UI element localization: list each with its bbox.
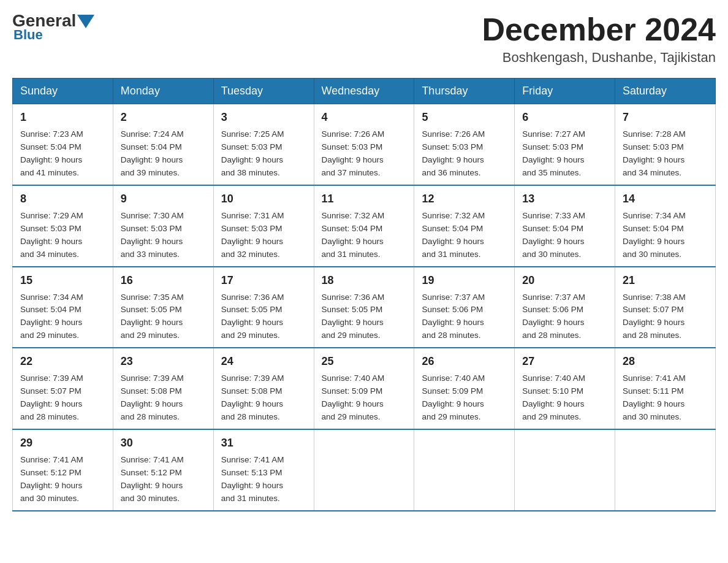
day-number: 6: [522, 109, 607, 126]
day-cell: 29Sunrise: 7:41 AMSunset: 5:12 PMDayligh…: [13, 429, 113, 511]
day-cell: 18Sunrise: 7:36 AMSunset: 5:05 PMDayligh…: [314, 267, 414, 348]
day-info: Sunrise: 7:39 AMSunset: 5:08 PMDaylight:…: [121, 372, 206, 424]
day-info: Sunrise: 7:39 AMSunset: 5:07 PMDaylight:…: [20, 372, 105, 424]
day-cell: 5Sunrise: 7:26 AMSunset: 5:03 PMDaylight…: [414, 104, 515, 185]
day-cell: 4Sunrise: 7:26 AMSunset: 5:03 PMDaylight…: [314, 104, 414, 185]
calendar-header-row: SundayMondayTuesdayWednesdayThursdayFrid…: [13, 79, 716, 104]
day-info: Sunrise: 7:37 AMSunset: 5:06 PMDaylight:…: [422, 291, 507, 343]
day-cell: [515, 429, 615, 511]
col-header-saturday: Saturday: [615, 79, 716, 104]
day-cell: 16Sunrise: 7:35 AMSunset: 5:05 PMDayligh…: [113, 267, 213, 348]
day-cell: 10Sunrise: 7:31 AMSunset: 5:03 PMDayligh…: [213, 185, 314, 267]
day-cell: 7Sunrise: 7:28 AMSunset: 5:03 PMDaylight…: [615, 104, 716, 185]
day-info: Sunrise: 7:29 AMSunset: 5:03 PMDaylight:…: [20, 210, 105, 261]
day-cell: 20Sunrise: 7:37 AMSunset: 5:06 PMDayligh…: [515, 267, 615, 348]
col-header-wednesday: Wednesday: [314, 79, 414, 104]
day-cell: 31Sunrise: 7:41 AMSunset: 5:13 PMDayligh…: [213, 429, 314, 511]
day-info: Sunrise: 7:36 AMSunset: 5:05 PMDaylight:…: [221, 291, 306, 343]
day-cell: 1Sunrise: 7:23 AMSunset: 5:04 PMDaylight…: [13, 104, 113, 185]
day-info: Sunrise: 7:40 AMSunset: 5:09 PMDaylight:…: [322, 372, 407, 424]
day-cell: 6Sunrise: 7:27 AMSunset: 5:03 PMDaylight…: [515, 104, 615, 185]
day-number: 23: [121, 353, 206, 370]
day-info: Sunrise: 7:41 AMSunset: 5:11 PMDaylight:…: [623, 372, 708, 424]
day-cell: 27Sunrise: 7:40 AMSunset: 5:10 PMDayligh…: [515, 348, 615, 429]
day-info: Sunrise: 7:36 AMSunset: 5:05 PMDaylight:…: [322, 291, 407, 343]
col-header-sunday: Sunday: [13, 79, 113, 104]
day-number: 19: [422, 272, 507, 289]
day-number: 12: [422, 191, 507, 207]
day-info: Sunrise: 7:26 AMSunset: 5:03 PMDaylight:…: [422, 128, 507, 180]
title-section: December 2024 Boshkengash, Dushanbe, Taj…: [482, 12, 716, 66]
day-cell: 9Sunrise: 7:30 AMSunset: 5:03 PMDaylight…: [113, 185, 213, 267]
day-number: 16: [121, 272, 206, 289]
day-number: 21: [623, 272, 708, 289]
day-info: Sunrise: 7:37 AMSunset: 5:06 PMDaylight:…: [522, 291, 607, 343]
day-cell: 26Sunrise: 7:40 AMSunset: 5:09 PMDayligh…: [414, 348, 515, 429]
page-header: General Blue December 2024 Boshkengash, …: [12, 12, 716, 66]
day-number: 30: [121, 435, 206, 451]
day-info: Sunrise: 7:30 AMSunset: 5:03 PMDaylight:…: [121, 210, 206, 261]
day-number: 8: [20, 191, 105, 207]
day-number: 31: [221, 435, 306, 451]
day-number: 14: [623, 191, 708, 207]
day-cell: 22Sunrise: 7:39 AMSunset: 5:07 PMDayligh…: [13, 348, 113, 429]
week-row-1: 1Sunrise: 7:23 AMSunset: 5:04 PMDaylight…: [13, 104, 716, 185]
day-cell: 12Sunrise: 7:32 AMSunset: 5:04 PMDayligh…: [414, 185, 515, 267]
day-cell: [314, 429, 414, 511]
day-cell: 23Sunrise: 7:39 AMSunset: 5:08 PMDayligh…: [113, 348, 213, 429]
logo-blue: Blue: [12, 27, 43, 43]
day-number: 10: [221, 191, 306, 207]
day-number: 28: [623, 353, 708, 370]
day-info: Sunrise: 7:40 AMSunset: 5:09 PMDaylight:…: [422, 372, 507, 424]
day-number: 15: [20, 272, 105, 289]
col-header-tuesday: Tuesday: [213, 79, 314, 104]
logo: General Blue: [12, 12, 96, 43]
day-cell: 25Sunrise: 7:40 AMSunset: 5:09 PMDayligh…: [314, 348, 414, 429]
day-info: Sunrise: 7:33 AMSunset: 5:04 PMDaylight:…: [522, 210, 607, 261]
col-header-thursday: Thursday: [414, 79, 515, 104]
day-info: Sunrise: 7:41 AMSunset: 5:13 PMDaylight:…: [221, 454, 306, 505]
page-subtitle: Boshkengash, Dushanbe, Tajikistan: [482, 50, 716, 66]
day-number: 26: [422, 353, 507, 370]
day-cell: 3Sunrise: 7:25 AMSunset: 5:03 PMDaylight…: [213, 104, 314, 185]
week-row-5: 29Sunrise: 7:41 AMSunset: 5:12 PMDayligh…: [13, 429, 716, 511]
day-info: Sunrise: 7:34 AMSunset: 5:04 PMDaylight:…: [623, 210, 708, 261]
week-row-2: 8Sunrise: 7:29 AMSunset: 5:03 PMDaylight…: [13, 185, 716, 267]
week-row-3: 15Sunrise: 7:34 AMSunset: 5:04 PMDayligh…: [13, 267, 716, 348]
day-cell: 8Sunrise: 7:29 AMSunset: 5:03 PMDaylight…: [13, 185, 113, 267]
day-number: 13: [522, 191, 607, 207]
day-number: 1: [20, 109, 105, 126]
day-info: Sunrise: 7:26 AMSunset: 5:03 PMDaylight:…: [322, 128, 407, 180]
day-number: 5: [422, 109, 507, 126]
day-cell: 14Sunrise: 7:34 AMSunset: 5:04 PMDayligh…: [615, 185, 716, 267]
day-cell: 11Sunrise: 7:32 AMSunset: 5:04 PMDayligh…: [314, 185, 414, 267]
day-cell: 15Sunrise: 7:34 AMSunset: 5:04 PMDayligh…: [13, 267, 113, 348]
day-cell: 24Sunrise: 7:39 AMSunset: 5:08 PMDayligh…: [213, 348, 314, 429]
day-cell: [414, 429, 515, 511]
day-cell: 17Sunrise: 7:36 AMSunset: 5:05 PMDayligh…: [213, 267, 314, 348]
day-number: 27: [522, 353, 607, 370]
day-info: Sunrise: 7:41 AMSunset: 5:12 PMDaylight:…: [20, 454, 105, 505]
col-header-monday: Monday: [113, 79, 213, 104]
day-cell: 21Sunrise: 7:38 AMSunset: 5:07 PMDayligh…: [615, 267, 716, 348]
day-cell: [615, 429, 716, 511]
day-info: Sunrise: 7:25 AMSunset: 5:03 PMDaylight:…: [221, 128, 306, 180]
day-number: 4: [322, 109, 407, 126]
page-title: December 2024: [482, 12, 716, 47]
day-info: Sunrise: 7:35 AMSunset: 5:05 PMDaylight:…: [121, 291, 206, 343]
day-number: 18: [322, 272, 407, 289]
day-info: Sunrise: 7:28 AMSunset: 5:03 PMDaylight:…: [623, 128, 708, 180]
day-number: 17: [221, 272, 306, 289]
day-info: Sunrise: 7:32 AMSunset: 5:04 PMDaylight:…: [422, 210, 507, 261]
day-number: 3: [221, 109, 306, 126]
day-number: 22: [20, 353, 105, 370]
week-row-4: 22Sunrise: 7:39 AMSunset: 5:07 PMDayligh…: [13, 348, 716, 429]
col-header-friday: Friday: [515, 79, 615, 104]
day-cell: 13Sunrise: 7:33 AMSunset: 5:04 PMDayligh…: [515, 185, 615, 267]
day-cell: 2Sunrise: 7:24 AMSunset: 5:04 PMDaylight…: [113, 104, 213, 185]
day-info: Sunrise: 7:41 AMSunset: 5:12 PMDaylight:…: [121, 454, 206, 505]
day-number: 20: [522, 272, 607, 289]
day-number: 24: [221, 353, 306, 370]
day-info: Sunrise: 7:24 AMSunset: 5:04 PMDaylight:…: [121, 128, 206, 180]
day-info: Sunrise: 7:32 AMSunset: 5:04 PMDaylight:…: [322, 210, 407, 261]
